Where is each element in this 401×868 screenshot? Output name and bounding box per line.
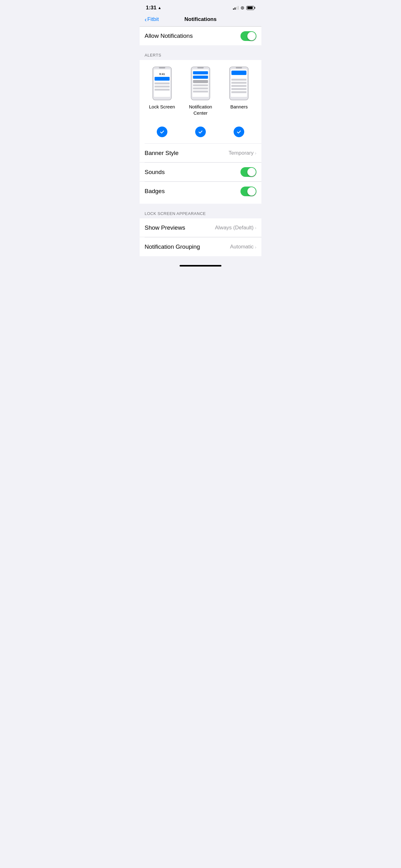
- lock-screen-appearance-section: Show Previews Always (Default) › Notific…: [140, 218, 261, 256]
- svg-rect-2: [159, 67, 165, 68]
- allow-notifications-section: Allow Notifications: [140, 27, 261, 45]
- banner-style-chevron-icon: ›: [255, 150, 257, 156]
- badges-row: Badges: [140, 182, 261, 200]
- svg-rect-11: [193, 71, 208, 74]
- banners-check-wrapper: [220, 127, 258, 137]
- signal-bar-4: [238, 6, 239, 10]
- alert-item-notification-center[interactable]: Notification Center: [181, 66, 220, 120]
- notification-grouping-chevron-icon: ›: [255, 244, 257, 250]
- notification-grouping-row[interactable]: Notification Grouping Automatic ›: [140, 238, 261, 256]
- status-bar: 1:31 ▲ ⊛: [140, 0, 261, 14]
- home-bar: [179, 265, 222, 267]
- show-previews-row[interactable]: Show Previews Always (Default) ›: [140, 218, 261, 237]
- checkmarks-row: [140, 127, 261, 144]
- back-chevron-icon: ‹: [144, 16, 147, 23]
- notification-center-phone-icon: [190, 66, 211, 101]
- notification-center-check-wrapper: [181, 127, 220, 137]
- allow-notifications-label: Allow Notifications: [144, 32, 193, 39]
- status-time: 1:31 ▲: [146, 5, 162, 11]
- toggle-knob: [247, 187, 256, 195]
- lockscreen-checkmark[interactable]: [157, 127, 167, 137]
- banner-style-value: Temporary ›: [229, 150, 257, 156]
- page-title: Notifications: [185, 16, 217, 23]
- svg-rect-4: [155, 77, 170, 81]
- allow-notifications-row: Allow Notifications: [140, 27, 261, 45]
- svg-rect-10: [197, 67, 204, 68]
- signal-bars-icon: [233, 6, 239, 10]
- svg-rect-5: [155, 83, 170, 84]
- battery-icon: [246, 6, 255, 10]
- checkmark-icon: [198, 129, 203, 135]
- back-label: Fitbit: [147, 16, 159, 23]
- svg-rect-15: [193, 88, 208, 89]
- banner-style-label: Banner Style: [144, 150, 179, 157]
- signal-bar-3: [236, 7, 237, 10]
- show-previews-value: Always (Default) ›: [215, 225, 257, 231]
- badges-label: Badges: [144, 188, 165, 195]
- notification-center-label: Notification Center: [181, 104, 220, 116]
- sounds-label: Sounds: [144, 169, 165, 176]
- svg-rect-25: [231, 91, 246, 93]
- svg-rect-14: [193, 84, 208, 86]
- lock-screen-appearance-header: LOCK SCREEN APPEARANCE: [140, 204, 261, 218]
- notification-grouping-value: Automatic ›: [230, 244, 257, 250]
- svg-rect-7: [155, 89, 170, 91]
- show-previews-chevron-icon: ›: [255, 225, 257, 230]
- checkmark-icon: [159, 129, 165, 135]
- svg-rect-13: [193, 80, 208, 83]
- svg-rect-16: [193, 91, 208, 92]
- svg-rect-24: [231, 88, 246, 90]
- lockscreen-label: Lock Screen: [149, 104, 175, 110]
- sounds-row: Sounds: [140, 163, 261, 182]
- svg-rect-22: [231, 82, 246, 84]
- alerts-section: 9:41 Lock Screen: [140, 60, 261, 204]
- svg-rect-19: [236, 67, 242, 68]
- signal-bar-2: [235, 7, 235, 10]
- banners-checkmark[interactable]: [234, 127, 244, 137]
- wifi-icon: ⊛: [240, 5, 244, 11]
- toggle-knob: [247, 32, 256, 40]
- notification-grouping-label: Notification Grouping: [144, 243, 200, 250]
- svg-text:9:41: 9:41: [159, 72, 165, 75]
- checkmark-icon: [236, 129, 242, 135]
- sounds-toggle[interactable]: [240, 167, 257, 177]
- svg-rect-20: [231, 71, 246, 75]
- nav-bar: ‹ Fitbit Notifications: [140, 14, 261, 27]
- location-icon: ▲: [158, 6, 162, 10]
- banner-style-row[interactable]: Banner Style Temporary ›: [140, 144, 261, 162]
- allow-notifications-toggle[interactable]: [240, 31, 257, 41]
- back-button[interactable]: ‹ Fitbit: [144, 16, 159, 23]
- svg-rect-23: [231, 85, 246, 87]
- notification-center-checkmark[interactable]: [195, 127, 206, 137]
- badges-toggle[interactable]: [240, 187, 257, 196]
- show-previews-label: Show Previews: [144, 224, 185, 231]
- alert-item-lockscreen[interactable]: 9:41 Lock Screen: [143, 66, 181, 114]
- home-indicator: [140, 262, 261, 269]
- signal-bar-1: [233, 8, 234, 10]
- alerts-icons-row: 9:41 Lock Screen: [140, 66, 261, 120]
- time-label: 1:31: [146, 5, 157, 11]
- status-icons: ⊛: [233, 5, 255, 11]
- alerts-section-header: ALERTS: [140, 45, 261, 60]
- banners-phone-icon: [228, 66, 249, 101]
- toggle-knob: [247, 168, 256, 176]
- svg-rect-6: [155, 86, 170, 88]
- svg-rect-21: [231, 79, 246, 81]
- svg-rect-12: [193, 75, 208, 79]
- alert-item-banners[interactable]: Banners: [220, 66, 258, 114]
- lockscreen-phone-icon: 9:41: [152, 66, 173, 101]
- banners-label: Banners: [230, 104, 248, 110]
- lockscreen-check-wrapper: [143, 127, 181, 137]
